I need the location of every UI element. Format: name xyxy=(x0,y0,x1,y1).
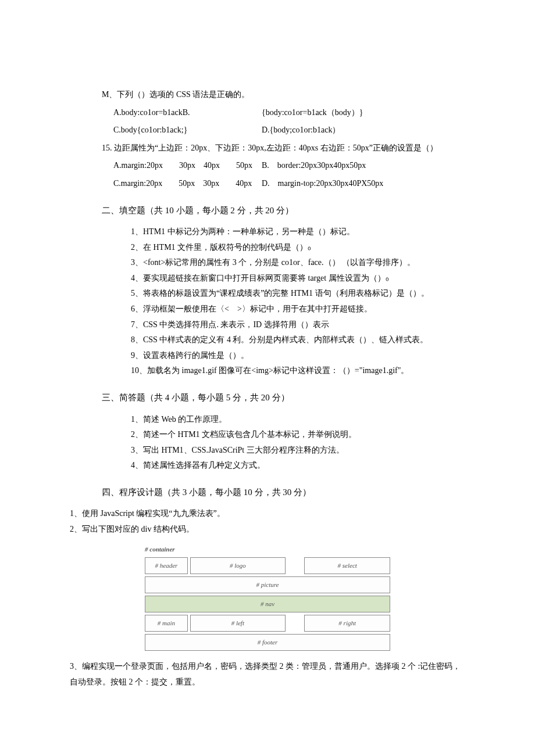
prog-3: 3、编程实现一个登录页面，包括用户名，密码，选择类型 2 类：管理员，普通用户。… xyxy=(70,659,465,690)
fill-10: 10、加载名为 image1.gif 图像可在<img>标记中这样设置：（）="… xyxy=(131,363,465,379)
fill-7: 7、CSS 中类选择符用点. 来表示，ID 选择符用（）表示 xyxy=(131,317,465,333)
q15-opt-d: D. margin-top:20px30px40PX50px xyxy=(262,176,383,192)
section-2-title: 二、填空题（共 10 小题，每小题 2 分，共 20 分） xyxy=(102,202,465,219)
question-14-row2: C.body{co1or:b1ack;} D.{body;co1or:b1ack… xyxy=(113,123,465,138)
sa-2: 2、简述一个 HTM1 文档应该包含几个基本标记，并举例说明。 xyxy=(131,427,465,443)
prog-1: 1、使用 JavaScript 编程实现“九九乘法表”。 xyxy=(70,506,465,522)
diagram-select: # select xyxy=(304,557,390,574)
fill-8: 8、CSS 中样式表的定义有 4 利。分别是内样式表、内部样式表（）、链入样式表… xyxy=(131,332,465,348)
q15-opt-c: C.margin:20px 50px 30px 40px xyxy=(113,176,262,192)
diagram-footer: # footer xyxy=(145,634,390,651)
diagram-right: # right xyxy=(304,615,390,632)
q14-opt-b: {body:co1or=b1ack（body）} xyxy=(262,105,363,121)
q14-opt-a: A.body:co1or=b1ackB. xyxy=(113,105,262,121)
sa-1: 1、简述 Web 的工作原理。 xyxy=(131,412,465,428)
question-15-row2: C.margin:20px 50px 30px 40px D. margin-t… xyxy=(113,176,465,192)
layout-diagram: # container # header # logo # select # p… xyxy=(142,541,393,653)
fill-9: 9、设置表格跨行的属性是（）。 xyxy=(131,348,465,364)
prog-2: 2、写出下图对应的 div 结构代码。 xyxy=(70,522,465,538)
fill-3: 3、<font>标记常用的属性有 3 个，分别是 co1or、face.（） （… xyxy=(131,255,465,271)
section-4-title: 四、程序设计题（共 3 小题，每小题 10 分，共 30 分） xyxy=(102,484,465,501)
fill-2: 2、在 HTM1 文件里，版权符号的控制代码是（）₀ xyxy=(131,240,465,256)
diagram-logo: # logo xyxy=(190,557,286,574)
question-14-stem: M、下列（）选项的 CSS 语法是正确的。 xyxy=(102,87,465,103)
q14-opt-d: D.{body;co1or:b1ack） xyxy=(262,123,340,138)
q15-opt-b: B. border:20px30px40px50px xyxy=(262,158,366,174)
section-3-title: 三、简答题（共 4 小题，每小题 5 分，共 20 分） xyxy=(102,389,465,406)
diagram-left: # left xyxy=(190,615,286,632)
sa-3: 3、写出 HTM1、CSS.JavaSCriPt 三大部分程序注释的方法。 xyxy=(131,443,465,458)
q14-opt-c: C.body{co1or:b1ack;} xyxy=(113,123,262,138)
question-15-stem: 15. 边距属性为“上边距：20px、下边距：30px,左边距：40pxs 右边… xyxy=(102,141,465,156)
fill-4: 4、要实现超链接在新窗口中打开目标网页需要将 target 属性设置为（）₀ xyxy=(131,271,465,286)
diagram-container-label: # container xyxy=(145,543,390,556)
fill-1: 1、HTM1 中标记分为两种：一种单标记，另一种是（）标记。 xyxy=(131,224,465,240)
question-15-row1: A.margin:20px 30px 40px 50px B. border:2… xyxy=(113,158,465,174)
diagram-header: # header xyxy=(145,557,188,574)
question-14-row1: A.body:co1or=b1ackB. {body:co1or=b1ack（b… xyxy=(113,105,465,121)
fill-5: 5、将表格的标题设置为“课程成绩表”的完整 HTM1 语句（利用表格标记）是（）… xyxy=(131,286,465,302)
diagram-nav: # nav xyxy=(145,596,390,612)
fill-6: 6、浮动框架一般使用在〈< >〉标记中，用于在其中打开超链接。 xyxy=(131,302,465,317)
sa-4: 4、简述属性选择器有几种定义方式。 xyxy=(131,458,465,474)
diagram-picture: # picture xyxy=(145,576,390,593)
q15-opt-a: A.margin:20px 30px 40px 50px xyxy=(113,158,262,174)
diagram-main: # main xyxy=(145,615,188,632)
